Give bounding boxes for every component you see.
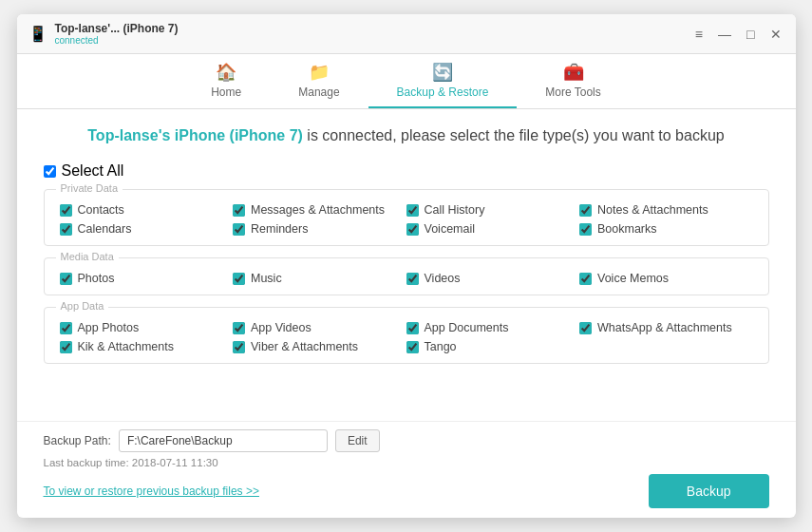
list-item: Kik & Attachments xyxy=(60,340,234,353)
private-data-label: Private Data xyxy=(56,182,123,194)
contacts-checkbox[interactable] xyxy=(60,204,72,217)
tango-checkbox[interactable] xyxy=(406,341,419,353)
reminders-label: Reminders xyxy=(251,222,308,236)
list-item: Contacts xyxy=(60,203,234,217)
whatsapp-label: WhatsApp & Attachments xyxy=(597,321,732,334)
appphotos-label: App Photos xyxy=(78,321,140,334)
bookmarks-label: Bookmarks xyxy=(597,222,657,236)
viber-label: Viber & Attachments xyxy=(251,340,358,353)
list-item: Notes & Attachments xyxy=(579,203,753,217)
videos-checkbox[interactable] xyxy=(406,273,419,285)
select-all-checkbox[interactable] xyxy=(44,165,56,178)
kik-label: Kik & Attachments xyxy=(78,340,174,353)
nav-manage[interactable]: 📁 Manage xyxy=(270,54,368,108)
photos-label: Photos xyxy=(78,272,115,285)
list-item: Voicemail xyxy=(406,222,580,236)
media-data-label: Media Data xyxy=(56,251,119,262)
device-info: Top-lanse'... (iPhone 7) connected xyxy=(55,22,179,46)
nav-tools-label: More Tools xyxy=(545,86,600,99)
titlebar: 📱 Top-lanse'... (iPhone 7) connected ≡ —… xyxy=(17,14,796,54)
list-item: Messages & Attachments xyxy=(233,203,406,217)
navbar: 🏠 Home 📁 Manage 🔄 Backup & Restore 🧰 Mor… xyxy=(17,54,796,109)
restore-link[interactable]: To view or restore previous backup files… xyxy=(44,484,259,498)
maximize-icon[interactable]: □ xyxy=(744,27,757,42)
voicememos-checkbox[interactable] xyxy=(579,273,592,285)
minimize-icon[interactable]: — xyxy=(715,27,734,42)
last-backup-time: Last backup time: 2018-07-11 11:30 xyxy=(44,457,769,468)
app-data-grid: App Photos App Videos App Documents What… xyxy=(60,321,753,353)
whatsapp-checkbox[interactable] xyxy=(579,322,592,334)
app-data-section: App Data App Photos App Videos App Docum… xyxy=(44,307,769,364)
private-data-grid: Contacts Messages & Attachments Call His… xyxy=(60,203,753,236)
viber-checkbox[interactable] xyxy=(233,341,245,353)
nav-home-label: Home xyxy=(211,86,241,99)
list-item: Tango xyxy=(406,340,580,353)
main-window: 📱 Top-lanse'... (iPhone 7) connected ≡ —… xyxy=(17,14,796,518)
close-icon[interactable]: ✕ xyxy=(767,27,784,42)
media-data-grid: Photos Music Videos Voice Memos xyxy=(60,272,753,285)
headline-device: Top-lanse's iPhone (iPhone 7) xyxy=(87,127,303,143)
list-item: Voice Memos xyxy=(579,272,753,285)
list-item: Calendars xyxy=(60,222,234,236)
reminders-checkbox[interactable] xyxy=(233,223,245,236)
calendars-checkbox[interactable] xyxy=(60,223,72,236)
tango-label: Tango xyxy=(425,340,457,353)
nav-more-tools[interactable]: 🧰 More Tools xyxy=(517,54,629,108)
list-item: App Photos xyxy=(60,321,234,334)
list-item: Call History xyxy=(406,203,580,217)
kik-checkbox[interactable] xyxy=(60,341,72,353)
appvideos-checkbox[interactable] xyxy=(233,322,245,334)
media-data-section: Media Data Photos Music Videos Voice Mem… xyxy=(44,257,769,295)
videos-label: Videos xyxy=(425,272,461,285)
backup-path-input[interactable] xyxy=(119,429,328,452)
callhistory-checkbox[interactable] xyxy=(406,204,419,217)
select-all-row: Select All xyxy=(44,162,769,180)
nav-home[interactable]: 🏠 Home xyxy=(182,54,270,108)
music-checkbox[interactable] xyxy=(233,273,245,285)
music-label: Music xyxy=(251,272,282,285)
list-item: App Documents xyxy=(406,321,580,334)
calendars-label: Calendars xyxy=(78,222,132,236)
backup-icon: 🔄 xyxy=(432,62,453,83)
list-item: Videos xyxy=(406,272,580,285)
tools-icon: 🧰 xyxy=(563,62,584,83)
content-area: Top-lanse's iPhone (iPhone 7) is connect… xyxy=(17,109,796,421)
photos-checkbox[interactable] xyxy=(60,273,72,285)
list-item: WhatsApp & Attachments xyxy=(579,321,753,334)
select-all-label: Select All xyxy=(62,162,124,180)
callhistory-label: Call History xyxy=(425,203,485,217)
menu-icon[interactable]: ≡ xyxy=(692,27,706,42)
backup-path-row: Backup Path: Edit xyxy=(44,429,769,452)
private-data-section: Private Data Contacts Messages & Attachm… xyxy=(44,189,769,246)
contacts-label: Contacts xyxy=(78,203,124,217)
window-controls: ≡ — □ ✕ xyxy=(692,27,784,42)
notes-checkbox[interactable] xyxy=(579,204,592,217)
list-item: Music xyxy=(233,272,406,285)
device-status: connected xyxy=(55,35,179,46)
footer-bottom: To view or restore previous backup files… xyxy=(44,474,769,508)
backup-path-label: Backup Path: xyxy=(44,434,111,447)
backup-button[interactable]: Backup xyxy=(649,474,769,508)
appdocs-checkbox[interactable] xyxy=(406,322,419,334)
list-item: Photos xyxy=(60,272,234,285)
nav-backup-restore[interactable]: 🔄 Backup & Restore xyxy=(368,54,518,108)
list-item: Bookmarks xyxy=(579,222,753,236)
app-data-label: App Data xyxy=(56,300,109,312)
messages-checkbox[interactable] xyxy=(233,204,245,217)
list-item: Reminders xyxy=(233,222,406,236)
list-item: Viber & Attachments xyxy=(233,340,406,353)
titlebar-left: 📱 Top-lanse'... (iPhone 7) connected xyxy=(28,22,179,46)
appphotos-checkbox[interactable] xyxy=(60,322,72,334)
manage-icon: 📁 xyxy=(309,62,330,83)
bookmarks-checkbox[interactable] xyxy=(579,223,592,236)
home-icon: 🏠 xyxy=(216,62,236,83)
voicemail-label: Voicemail xyxy=(425,222,476,236)
messages-label: Messages & Attachments xyxy=(251,203,385,217)
voicememos-label: Voice Memos xyxy=(597,272,669,285)
headline-text: is connected, please select the file typ… xyxy=(303,127,725,143)
list-item: App Videos xyxy=(233,321,406,334)
appdocs-label: App Documents xyxy=(425,321,509,334)
edit-button[interactable]: Edit xyxy=(335,429,380,452)
headline: Top-lanse's iPhone (iPhone 7) is connect… xyxy=(44,124,769,147)
voicemail-checkbox[interactable] xyxy=(406,223,419,236)
